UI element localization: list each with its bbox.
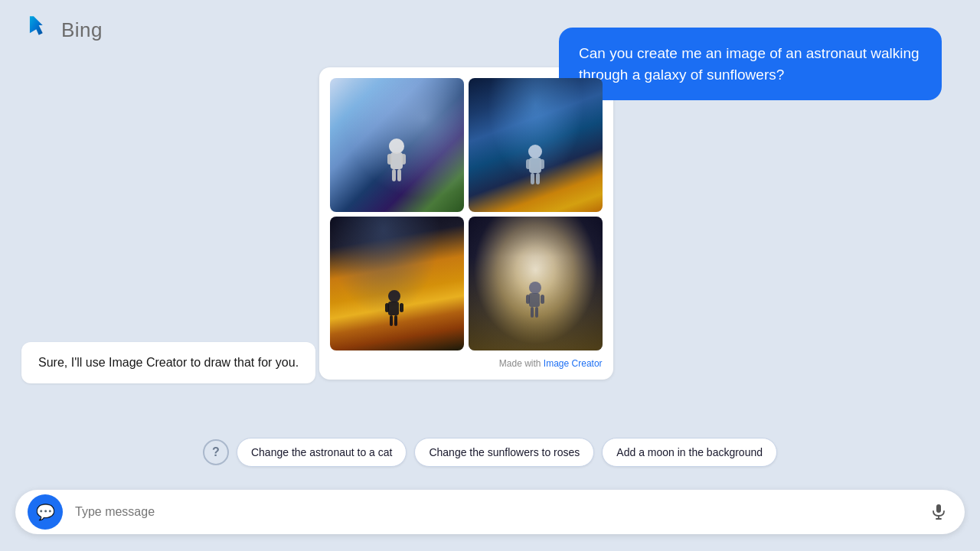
generated-image-1[interactable] [330,78,464,212]
user-message-text: Can you create me an image of an astrona… [579,45,920,83]
image-grid [330,78,603,350]
svg-point-18 [529,282,541,294]
generated-image-3[interactable] [330,217,464,350]
ai-response-text: Sure, I'll use Image Creator to draw tha… [38,356,299,369]
chat-area: Sure, I'll use Image Creator to draw tha… [0,67,980,394]
app-title: Bing [61,18,103,42]
message-input[interactable] [69,505,925,519]
generated-image-2[interactable] [469,78,603,212]
chip-moon[interactable]: Add a moon in the background [602,438,777,467]
chat-send-button[interactable]: 💬 [28,494,63,530]
astronaut-figure-1 [385,139,408,188]
microphone-button[interactable] [925,498,952,526]
microphone-icon [930,504,947,520]
svg-rect-2 [387,154,392,165]
image-grid-container: Made with Image Creator [319,67,613,380]
svg-rect-13 [388,302,399,315]
svg-rect-24 [936,504,941,513]
svg-rect-23 [535,307,538,318]
svg-rect-7 [529,158,541,173]
svg-rect-5 [397,169,401,181]
svg-rect-11 [536,173,540,184]
svg-rect-21 [541,295,544,304]
svg-rect-3 [401,154,406,165]
astronaut-figure-3 [384,290,404,334]
svg-rect-9 [540,159,544,169]
svg-rect-14 [385,303,389,312]
svg-rect-8 [526,159,531,169]
astronaut-figure-2 [524,145,546,192]
help-button[interactable]: ? [203,439,229,465]
svg-point-12 [388,290,400,302]
chip-roses[interactable]: Change the sunflowers to roses [414,438,594,467]
svg-rect-1 [390,152,403,169]
astronaut-figure-4 [526,282,544,324]
input-bar: 💬 [15,490,965,534]
help-icon: ? [212,445,220,459]
svg-point-6 [528,145,542,158]
image-creator-link[interactable]: Image Creator [544,358,603,369]
svg-point-0 [389,139,404,154]
svg-rect-10 [531,173,534,184]
made-with-label: Made with Image Creator [330,358,603,369]
svg-rect-16 [390,315,393,326]
suggestions-row: ? Change the astronaut to a cat Change t… [0,438,980,467]
chat-bubble-icon: 💬 [36,503,55,521]
svg-rect-22 [531,307,534,318]
bing-logo-icon [21,14,54,46]
user-message-bubble: Can you create me an image of an astrona… [559,28,942,100]
svg-rect-20 [526,295,530,304]
svg-rect-4 [392,169,396,181]
ai-response-bubble: Sure, I'll use Image Creator to draw tha… [21,342,315,383]
chip-cat[interactable]: Change the astronaut to a cat [237,438,407,467]
svg-rect-19 [529,293,540,307]
svg-rect-15 [400,303,403,312]
generated-image-4[interactable] [469,217,603,350]
svg-rect-17 [394,315,397,326]
